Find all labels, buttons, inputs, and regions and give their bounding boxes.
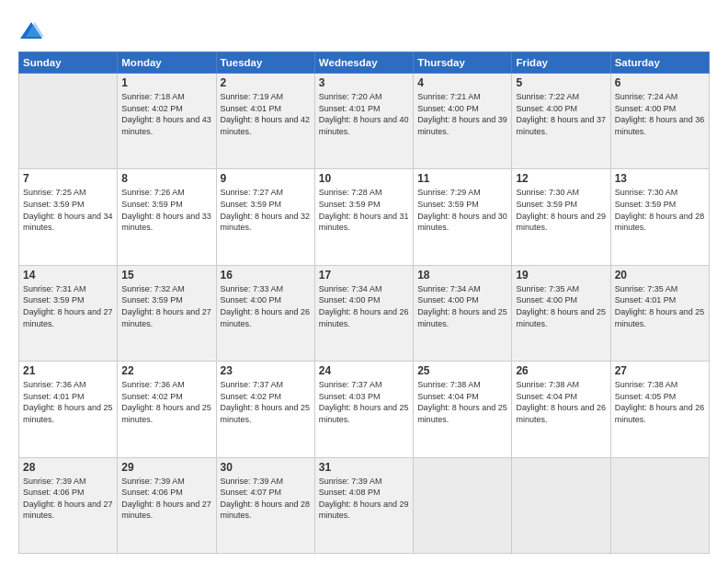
day-number: 16 (221, 269, 311, 282)
calendar-cell: 15Sunrise: 7:32 AMSunset: 3:59 PMDayligh… (118, 265, 216, 361)
calendar-cell: 28Sunrise: 7:39 AMSunset: 4:06 PMDayligh… (19, 457, 118, 553)
day-info: Sunrise: 7:34 AMSunset: 4:00 PMDaylight:… (417, 283, 507, 329)
weekday-header-tuesday: Tuesday (216, 52, 314, 74)
day-number: 12 (516, 172, 606, 185)
day-number: 8 (121, 172, 211, 185)
day-number: 3 (319, 76, 409, 89)
calendar-table: SundayMondayTuesdayWednesdayThursdayFrid… (18, 52, 710, 554)
day-number: 27 (615, 364, 705, 377)
day-info: Sunrise: 7:24 AMSunset: 4:00 PMDaylight:… (615, 91, 705, 137)
day-info: Sunrise: 7:33 AMSunset: 4:00 PMDaylight:… (221, 283, 311, 329)
day-info: Sunrise: 7:25 AMSunset: 3:59 PMDaylight:… (23, 187, 113, 233)
calendar-week-row: 1Sunrise: 7:18 AMSunset: 4:02 PMDaylight… (19, 74, 710, 169)
calendar-cell: 17Sunrise: 7:34 AMSunset: 4:00 PMDayligh… (314, 265, 413, 361)
calendar-cell: 25Sunrise: 7:38 AMSunset: 4:04 PMDayligh… (414, 362, 512, 457)
day-info: Sunrise: 7:22 AMSunset: 4:00 PMDaylight:… (516, 91, 606, 137)
page: SundayMondayTuesdayWednesdayThursdayFrid… (0, 0, 728, 563)
calendar-cell: 5Sunrise: 7:22 AMSunset: 4:00 PMDaylight… (512, 74, 610, 169)
day-info: Sunrise: 7:18 AMSunset: 4:02 PMDaylight:… (121, 91, 211, 137)
day-number: 13 (615, 172, 705, 185)
day-info: Sunrise: 7:29 AMSunset: 3:59 PMDaylight:… (417, 187, 507, 233)
weekday-header-saturday: Saturday (610, 52, 709, 74)
calendar-cell: 1Sunrise: 7:18 AMSunset: 4:02 PMDaylight… (118, 74, 216, 169)
day-info: Sunrise: 7:38 AMSunset: 4:04 PMDaylight:… (516, 379, 606, 425)
day-info: Sunrise: 7:34 AMSunset: 4:00 PMDaylight:… (319, 283, 409, 329)
calendar-cell: 6Sunrise: 7:24 AMSunset: 4:00 PMDaylight… (610, 74, 709, 169)
day-number: 28 (23, 461, 113, 474)
calendar-cell: 11Sunrise: 7:29 AMSunset: 3:59 PMDayligh… (414, 169, 512, 265)
calendar-cell: 7Sunrise: 7:25 AMSunset: 3:59 PMDaylight… (19, 169, 118, 265)
calendar-cell: 21Sunrise: 7:36 AMSunset: 4:01 PMDayligh… (19, 362, 118, 457)
day-info: Sunrise: 7:20 AMSunset: 4:01 PMDaylight:… (319, 91, 409, 137)
weekday-header-thursday: Thursday (414, 52, 512, 74)
day-info: Sunrise: 7:21 AMSunset: 4:00 PMDaylight:… (417, 91, 507, 137)
day-info: Sunrise: 7:36 AMSunset: 4:01 PMDaylight:… (23, 379, 113, 425)
calendar-cell: 22Sunrise: 7:36 AMSunset: 4:02 PMDayligh… (118, 362, 216, 457)
day-number: 30 (221, 461, 311, 474)
calendar-cell: 20Sunrise: 7:35 AMSunset: 4:01 PMDayligh… (610, 265, 709, 361)
day-info: Sunrise: 7:32 AMSunset: 3:59 PMDaylight:… (121, 283, 211, 329)
day-number: 11 (417, 172, 507, 185)
day-number: 17 (319, 269, 409, 282)
calendar-cell: 29Sunrise: 7:39 AMSunset: 4:06 PMDayligh… (118, 457, 216, 553)
day-number: 20 (615, 269, 705, 282)
day-info: Sunrise: 7:26 AMSunset: 3:59 PMDaylight:… (121, 187, 211, 233)
day-info: Sunrise: 7:35 AMSunset: 4:01 PMDaylight:… (615, 283, 705, 329)
day-info: Sunrise: 7:31 AMSunset: 3:59 PMDaylight:… (23, 283, 113, 329)
day-info: Sunrise: 7:39 AMSunset: 4:07 PMDaylight:… (221, 476, 311, 522)
calendar-cell: 3Sunrise: 7:20 AMSunset: 4:01 PMDaylight… (314, 74, 413, 169)
day-number: 24 (319, 364, 409, 377)
day-number: 22 (121, 364, 211, 377)
weekday-header-sunday: Sunday (19, 52, 118, 74)
day-info: Sunrise: 7:30 AMSunset: 3:59 PMDaylight:… (516, 187, 606, 233)
calendar-cell (414, 457, 512, 553)
day-number: 9 (221, 172, 311, 185)
header (18, 15, 710, 44)
day-number: 10 (319, 172, 409, 185)
calendar-cell: 26Sunrise: 7:38 AMSunset: 4:04 PMDayligh… (512, 362, 610, 457)
weekday-header-wednesday: Wednesday (314, 52, 413, 74)
calendar-week-row: 21Sunrise: 7:36 AMSunset: 4:01 PMDayligh… (19, 362, 710, 457)
calendar-cell: 23Sunrise: 7:37 AMSunset: 4:02 PMDayligh… (216, 362, 314, 457)
calendar-cell (512, 457, 610, 553)
calendar-cell: 24Sunrise: 7:37 AMSunset: 4:03 PMDayligh… (314, 362, 413, 457)
day-info: Sunrise: 7:39 AMSunset: 4:08 PMDaylight:… (319, 476, 409, 522)
day-info: Sunrise: 7:19 AMSunset: 4:01 PMDaylight:… (221, 91, 311, 137)
day-number: 23 (221, 364, 311, 377)
day-info: Sunrise: 7:39 AMSunset: 4:06 PMDaylight:… (23, 476, 113, 522)
calendar-cell: 9Sunrise: 7:27 AMSunset: 3:59 PMDaylight… (216, 169, 314, 265)
calendar-week-row: 28Sunrise: 7:39 AMSunset: 4:06 PMDayligh… (19, 457, 710, 553)
calendar-cell: 30Sunrise: 7:39 AMSunset: 4:07 PMDayligh… (216, 457, 314, 553)
day-number: 15 (121, 269, 211, 282)
day-number: 7 (23, 172, 113, 185)
calendar-cell: 12Sunrise: 7:30 AMSunset: 3:59 PMDayligh… (512, 169, 610, 265)
day-number: 21 (23, 364, 113, 377)
calendar-cell: 31Sunrise: 7:39 AMSunset: 4:08 PMDayligh… (314, 457, 413, 553)
day-info: Sunrise: 7:39 AMSunset: 4:06 PMDaylight:… (121, 476, 211, 522)
weekday-header-row: SundayMondayTuesdayWednesdayThursdayFrid… (19, 52, 710, 74)
calendar-cell (19, 74, 118, 169)
day-number: 19 (516, 269, 606, 282)
day-info: Sunrise: 7:38 AMSunset: 4:04 PMDaylight:… (417, 379, 507, 425)
calendar-cell: 4Sunrise: 7:21 AMSunset: 4:00 PMDaylight… (414, 74, 512, 169)
day-info: Sunrise: 7:27 AMSunset: 3:59 PMDaylight:… (221, 187, 311, 233)
day-number: 5 (516, 76, 606, 89)
day-number: 4 (417, 76, 507, 89)
day-number: 1 (121, 76, 211, 89)
day-number: 31 (319, 461, 409, 474)
day-number: 18 (417, 269, 507, 282)
calendar-cell: 19Sunrise: 7:35 AMSunset: 4:00 PMDayligh… (512, 265, 610, 361)
day-number: 25 (417, 364, 507, 377)
day-info: Sunrise: 7:35 AMSunset: 4:00 PMDaylight:… (516, 283, 606, 329)
calendar-cell: 8Sunrise: 7:26 AMSunset: 3:59 PMDaylight… (118, 169, 216, 265)
calendar-cell: 27Sunrise: 7:38 AMSunset: 4:05 PMDayligh… (610, 362, 709, 457)
calendar-cell (610, 457, 709, 553)
day-info: Sunrise: 7:30 AMSunset: 3:59 PMDaylight:… (615, 187, 705, 233)
logo (18, 18, 48, 44)
day-info: Sunrise: 7:38 AMSunset: 4:05 PMDaylight:… (615, 379, 705, 425)
day-number: 29 (121, 461, 211, 474)
day-number: 26 (516, 364, 606, 377)
logo-icon (18, 18, 44, 44)
weekday-header-monday: Monday (118, 52, 216, 74)
day-number: 2 (221, 76, 311, 89)
